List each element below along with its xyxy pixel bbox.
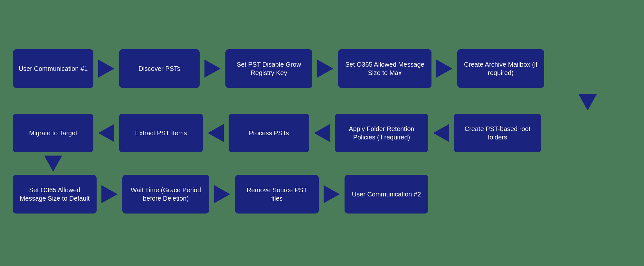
arrow-left-4 xyxy=(428,124,454,142)
box-apply-folder: Apply Folder Retention Policies (if requ… xyxy=(335,114,428,152)
row-2: Migrate to Target Extract PST Items Proc… xyxy=(13,114,631,152)
box-discover-psts: Discover PSTs xyxy=(119,49,200,88)
box-create-pst-root: Create PST-based root folders xyxy=(454,114,541,152)
box-set-pst-disable: Set PST Disable Grow Registry Key xyxy=(225,49,312,88)
row-1: User Communication #1 Discover PSTs Set … xyxy=(13,49,631,88)
diagram: User Communication #1 Discover PSTs Set … xyxy=(6,43,638,223)
arrow-right-3 xyxy=(312,60,338,78)
box-extract-pst: Extract PST Items xyxy=(119,114,203,152)
arrow-left-3 xyxy=(309,124,335,142)
arrow-down-2 xyxy=(44,156,62,172)
arrow-right-4 xyxy=(431,60,457,78)
box-process-psts: Process PSTs xyxy=(229,114,309,152)
down-arrow-row-1 xyxy=(13,91,631,114)
box-user-comm-1: User Communication #1 xyxy=(13,49,93,88)
arrow-right-6 xyxy=(209,185,235,203)
down-arrow-row-2 xyxy=(13,152,631,175)
arrow-left-1 xyxy=(93,124,119,142)
box-migrate-target: Migrate to Target xyxy=(13,114,93,152)
box-create-archive: Create Archive Mailbox (if required) xyxy=(457,49,544,88)
arrow-down-1 xyxy=(579,94,597,110)
arrow-right-7 xyxy=(319,185,345,203)
arrow-right-2 xyxy=(200,60,225,78)
box-wait-time: Wait Time (Grace Period before Deletion) xyxy=(122,175,209,214)
arrow-right-1 xyxy=(93,60,119,78)
arrow-left-2 xyxy=(203,124,229,142)
row-3: Set O365 Allowed Message Size to Default… xyxy=(13,175,631,214)
box-set-o365-default: Set O365 Allowed Message Size to Default xyxy=(13,175,97,214)
box-remove-source: Remove Source PST files xyxy=(235,175,319,214)
arrow-right-5 xyxy=(97,185,122,203)
box-set-o365-max: Set O365 Allowed Message Size to Max xyxy=(338,49,431,88)
box-user-comm-2: User Communication #2 xyxy=(345,175,428,214)
